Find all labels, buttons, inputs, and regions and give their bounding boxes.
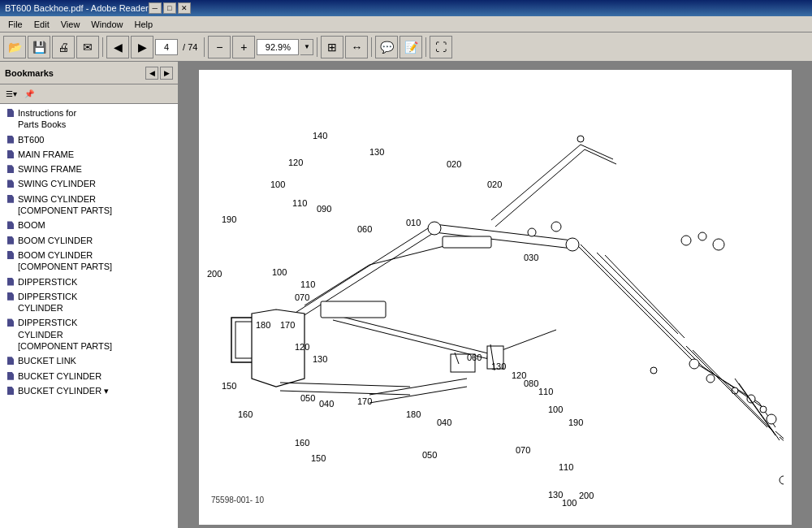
svg-point-58	[780, 476, 784, 484]
label-100b: 100	[272, 267, 287, 277]
email-button[interactable]: ✉	[76, 36, 99, 58]
label-180b: 180	[406, 409, 421, 419]
bookmark-icon	[6, 220, 15, 230]
minimize-button[interactable]: ─	[149, 2, 162, 14]
bookmark-boom-cylinder[interactable]: BOOM CYLINDER	[0, 233, 178, 248]
page-number-input[interactable]	[155, 39, 178, 55]
toolbar-sep-5	[425, 37, 426, 57]
bookmark-icon	[6, 371, 15, 381]
close-button[interactable]: ✕	[178, 2, 191, 14]
label-110: 110	[292, 198, 307, 208]
zoom-dropdown[interactable]: ▼	[300, 39, 313, 55]
bookmark-boom-cylinder-parts[interactable]: BOOM CYLINDER[COMPONENT PARTS]	[0, 248, 178, 275]
fullscreen-button[interactable]: ⛶	[430, 36, 452, 58]
label-070: 070	[295, 292, 309, 302]
zoom-out-button[interactable]: −	[208, 36, 231, 58]
svg-line-6	[572, 240, 694, 362]
label-100c: 100	[548, 405, 563, 414]
svg-point-24	[650, 367, 657, 374]
label-200: 200	[207, 269, 222, 279]
bookmark-icon	[6, 194, 15, 204]
svg-rect-18	[321, 301, 386, 318]
sidebar-collapse-button[interactable]: ◀	[145, 67, 158, 80]
sidebar-toolbar: ☰▾ 📌	[0, 84, 178, 104]
svg-point-29	[767, 414, 776, 424]
label-130b: 130	[313, 354, 327, 364]
bookmark-swing-frame[interactable]: SWING FRAME	[0, 162, 178, 176]
bookmark-icon	[6, 318, 15, 327]
fit-width-button[interactable]: ↔	[345, 36, 368, 58]
svg-line-37	[495, 149, 585, 227]
label-150: 150	[222, 381, 236, 391]
maximize-button[interactable]: □	[163, 2, 176, 14]
print-button[interactable]: 🖨	[52, 36, 75, 58]
open-button[interactable]: 📂	[3, 36, 26, 58]
toolbar-sep-1	[102, 37, 103, 57]
menu-view[interactable]: View	[56, 19, 85, 30]
bookmark-icon	[6, 292, 15, 301]
bookmark-icon	[6, 149, 15, 159]
bookmark-swing-cylinder[interactable]: SWING CYLINDER	[0, 176, 178, 191]
label-150b: 150	[311, 453, 326, 463]
bookmark-bucket-cylinder-more[interactable]: BUCKET CYLINDER ▾	[0, 383, 178, 398]
toolbar-sep-2	[204, 37, 205, 57]
svg-line-23	[605, 255, 685, 338]
label-120b: 120	[295, 342, 309, 352]
bookmark-dipperstick[interactable]: DIPPERSTICK	[0, 275, 178, 289]
bookmark-view-options[interactable]: ☰▾	[3, 87, 19, 102]
bookmark-bt600[interactable]: BT600	[0, 132, 178, 147]
bookmark-icon	[6, 236, 15, 245]
svg-line-44	[739, 383, 780, 440]
label-190: 190	[222, 214, 236, 224]
label-190b: 190	[568, 418, 583, 427]
main-content: Bookmarks ◀ ▶ ☰▾ 📌 Instructions forParts…	[0, 62, 812, 528]
svg-line-51	[369, 379, 467, 395]
svg-point-25	[706, 374, 715, 383]
fit-page-button[interactable]: ⊞	[321, 36, 343, 58]
sidebar-bookmarks: Instructions forParts Books BT600 MAIN F…	[0, 104, 178, 528]
svg-line-62	[780, 437, 784, 465]
svg-line-42	[693, 350, 774, 432]
menu-help[interactable]: Help	[129, 19, 158, 30]
svg-point-28	[760, 406, 767, 413]
markup-button[interactable]: 📝	[400, 36, 422, 58]
label-040b: 040	[437, 418, 451, 427]
doc-page: 140 130 120 100 110 090 060 010 020 020 …	[199, 70, 792, 525]
bookmark-bucket-link[interactable]: BUCKET LINK	[0, 353, 178, 368]
bookmark-icon	[6, 179, 15, 188]
label-160b: 160	[295, 438, 309, 448]
bookmark-main-frame[interactable]: MAIN FRAME	[0, 147, 178, 162]
menu-edit[interactable]: Edit	[29, 19, 54, 30]
sidebar-expand-button[interactable]: ▶	[160, 67, 173, 80]
menu-file[interactable]: File	[3, 19, 28, 30]
label-160: 160	[238, 409, 253, 419]
svg-point-15	[566, 238, 579, 251]
page-number: 75598-001- 10	[211, 496, 264, 504]
bookmark-boom[interactable]: BOOM	[0, 218, 178, 232]
zoom-input[interactable]	[257, 39, 299, 55]
sidebar-header: Bookmarks ◀ ▶	[0, 62, 178, 84]
label-050: 050	[300, 393, 315, 403]
toolbar-sep-4	[371, 37, 372, 57]
next-page-button[interactable]: ▶	[131, 36, 153, 58]
bookmark-instructions[interactable]: Instructions forParts Books	[0, 106, 178, 132]
svg-line-7	[581, 245, 702, 366]
comment-button[interactable]: 💬	[375, 36, 398, 58]
prev-page-button[interactable]: ◀	[106, 36, 129, 58]
diagram-container: 140 130 120 100 110 090 060 010 020 020 …	[207, 78, 784, 509]
svg-line-38	[581, 145, 613, 159]
svg-point-33	[528, 228, 536, 236]
bookmark-dipperstick-cylinder-parts[interactable]: DIPPERSTICKCYLINDER[COMPONENT PARTS]	[0, 315, 178, 353]
bookmark-swing-cylinder-parts[interactable]: SWING CYLINDER[COMPONENT PARTS]	[0, 192, 178, 219]
bookmark-bucket-cylinder[interactable]: BUCKET CYLINDER	[0, 369, 178, 383]
svg-point-31	[698, 232, 706, 240]
label-070b: 070	[516, 445, 530, 455]
svg-line-39	[585, 149, 616, 164]
new-bookmark-button[interactable]: 📌	[21, 87, 37, 102]
bookmark-dipperstick-cylinder[interactable]: DIPPERSTICKCYLINDER	[0, 289, 178, 316]
zoom-in-button[interactable]: +	[232, 36, 255, 58]
menu-window[interactable]: Window	[86, 19, 127, 30]
toolbar-sep-3	[317, 37, 317, 57]
save-button[interactable]: 💾	[28, 36, 50, 58]
label-130: 130	[369, 147, 384, 157]
